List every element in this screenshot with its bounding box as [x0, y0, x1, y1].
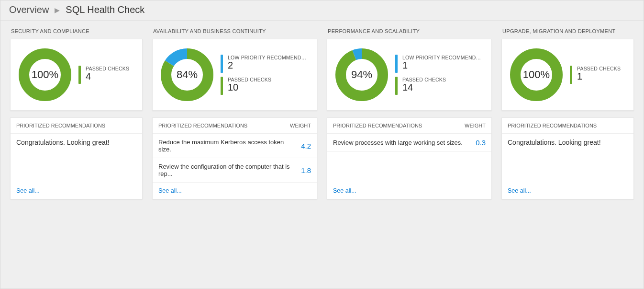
recommendation-weight: 1.8: [294, 166, 311, 174]
legend-value: 4: [86, 71, 129, 81]
legend-label: PASSED CHECKS: [577, 66, 621, 71]
column-title: AVAILABILITY AND BUSINESS CONTINUITY: [153, 28, 317, 34]
chevron-right-icon: ▶: [55, 6, 60, 14]
legend-passed-checks: PASSED CHECKS14: [395, 77, 484, 95]
recommendations-card: PRIORITIZED RECOMMENDATIONSWEIGHTReview …: [327, 117, 492, 199]
page: Overview ▶ SQL Health Check SECURITY AND…: [0, 0, 644, 289]
donut-chart: 94%: [335, 48, 389, 102]
recommendations-footer: See all...: [153, 183, 317, 199]
recommendations-footer: See all...: [502, 183, 633, 199]
recommendation-row[interactable]: Review processes with large working set …: [327, 134, 491, 152]
weight-label: WEIGHT: [465, 123, 486, 128]
recommendations-empty: Congratulations. Looking great!: [502, 134, 633, 151]
breadcrumb-current: SQL Health Check: [66, 4, 144, 15]
donut-chart: 100%: [510, 48, 563, 102]
recommendations-footer: See all...: [327, 183, 491, 199]
legend-bar-icon: [570, 66, 572, 84]
donut-percent: 100%: [510, 48, 563, 102]
legend-value: 10: [228, 82, 271, 92]
see-all-link[interactable]: See all...: [333, 187, 356, 194]
legend-value: 14: [402, 82, 446, 92]
donut-card[interactable]: 94%LOW PRIORITY RECOMMENDATIO...1PASSED …: [327, 39, 492, 111]
recommendations-card: PRIORITIZED RECOMMENDATIONSCongratulatio…: [10, 117, 143, 199]
recommendations-card: PRIORITIZED RECOMMENDATIONSCongratulatio…: [501, 117, 634, 199]
donut-card[interactable]: 100%PASSED CHECKS4: [10, 39, 143, 111]
donut-chart: 84%: [160, 48, 214, 102]
prioritized-label: PRIORITIZED RECOMMENDATIONS: [333, 123, 422, 128]
column-title: PERFORMANCE AND SCALABILITY: [328, 28, 492, 34]
legend-bar-icon: [395, 55, 398, 73]
donut-card[interactable]: 84%LOW PRIORITY RECOMMENDATIO...2PASSED …: [152, 39, 317, 111]
legend: LOW PRIORITY RECOMMENDATIO...2PASSED CHE…: [221, 55, 309, 95]
recommendation-row[interactable]: Review the configuration of the computer…: [153, 158, 317, 183]
recommendations-footer: See all...: [11, 183, 142, 199]
legend-bar-icon: [221, 77, 223, 95]
recommendations-body: Congratulations. Looking great!: [11, 134, 142, 183]
legend-label: LOW PRIORITY RECOMMENDATIO...: [402, 55, 484, 60]
legend-passed-checks: PASSED CHECKS10: [221, 77, 309, 95]
recommendations-header: PRIORITIZED RECOMMENDATIONS: [502, 118, 633, 134]
legend-label: PASSED CHECKS: [86, 66, 129, 71]
column-title: SECURITY AND COMPLIANCE: [11, 28, 143, 34]
recommendations-header: PRIORITIZED RECOMMENDATIONSWEIGHT: [153, 118, 317, 134]
column-title: UPGRADE, MIGRATION AND DEPLOYMENT: [502, 28, 634, 34]
legend-value: 1: [577, 71, 621, 81]
legend-low-priority: LOW PRIORITY RECOMMENDATIO...2: [221, 55, 309, 73]
donut-card[interactable]: 100%PASSED CHECKS1: [501, 39, 634, 111]
donut-chart: 100%: [18, 48, 72, 102]
recommendations-body: Reduce the maximum Kerberos access token…: [153, 134, 317, 183]
see-all-link[interactable]: See all...: [158, 187, 182, 194]
donut-percent: 84%: [160, 48, 214, 102]
legend-value: 1: [402, 60, 484, 70]
breadcrumb: Overview ▶ SQL Health Check: [0, 0, 644, 21]
column: PERFORMANCE AND SCALABILITY94%LOW PRIORI…: [327, 27, 492, 199]
recommendations-header: PRIORITIZED RECOMMENDATIONSWEIGHT: [327, 118, 491, 134]
legend-bar-icon: [395, 77, 398, 95]
donut-percent: 100%: [18, 48, 72, 102]
column: AVAILABILITY AND BUSINESS CONTINUITY84%L…: [152, 27, 317, 199]
recommendations-body: Review processes with large working set …: [327, 134, 491, 183]
recommendation-text: Reduce the maximum Kerberos access token…: [158, 139, 294, 153]
legend-value: 2: [228, 60, 309, 70]
legend-bar-icon: [221, 55, 223, 73]
legend-bar-icon: [78, 66, 81, 84]
legend-label: LOW PRIORITY RECOMMENDATIO...: [228, 55, 309, 60]
prioritized-label: PRIORITIZED RECOMMENDATIONS: [158, 123, 247, 128]
legend: PASSED CHECKS4: [78, 66, 129, 84]
legend: PASSED CHECKS1: [570, 66, 621, 84]
recommendation-text: Review the configuration of the computer…: [158, 163, 294, 177]
breadcrumb-root[interactable]: Overview: [9, 4, 49, 15]
recommendations-card: PRIORITIZED RECOMMENDATIONSWEIGHTReduce …: [152, 117, 317, 199]
legend-low-priority: LOW PRIORITY RECOMMENDATIO...1: [395, 55, 484, 73]
recommendations-header: PRIORITIZED RECOMMENDATIONS: [11, 118, 142, 134]
column: SECURITY AND COMPLIANCE100%PASSED CHECKS…: [10, 27, 143, 199]
donut-percent: 94%: [335, 48, 389, 102]
prioritized-label: PRIORITIZED RECOMMENDATIONS: [16, 123, 105, 128]
prioritized-label: PRIORITIZED RECOMMENDATIONS: [508, 123, 597, 128]
recommendations-body: Congratulations. Looking great!: [502, 134, 633, 183]
legend: LOW PRIORITY RECOMMENDATIO...1PASSED CHE…: [395, 55, 484, 95]
see-all-link[interactable]: See all...: [16, 187, 40, 194]
recommendation-weight: 4.2: [294, 142, 311, 150]
tile-grid: SECURITY AND COMPLIANCE100%PASSED CHECKS…: [0, 21, 644, 209]
weight-label: WEIGHT: [290, 123, 311, 128]
legend-passed-checks: PASSED CHECKS4: [78, 66, 129, 84]
recommendation-weight: 0.3: [468, 139, 486, 147]
recommendation-row[interactable]: Reduce the maximum Kerberos access token…: [153, 134, 317, 158]
recommendations-empty: Congratulations. Looking great!: [11, 134, 142, 151]
see-all-link[interactable]: See all...: [508, 187, 531, 194]
column: UPGRADE, MIGRATION AND DEPLOYMENT100%PAS…: [501, 27, 634, 199]
recommendation-text: Review processes with large working set …: [333, 139, 463, 146]
legend-passed-checks: PASSED CHECKS1: [570, 66, 621, 84]
